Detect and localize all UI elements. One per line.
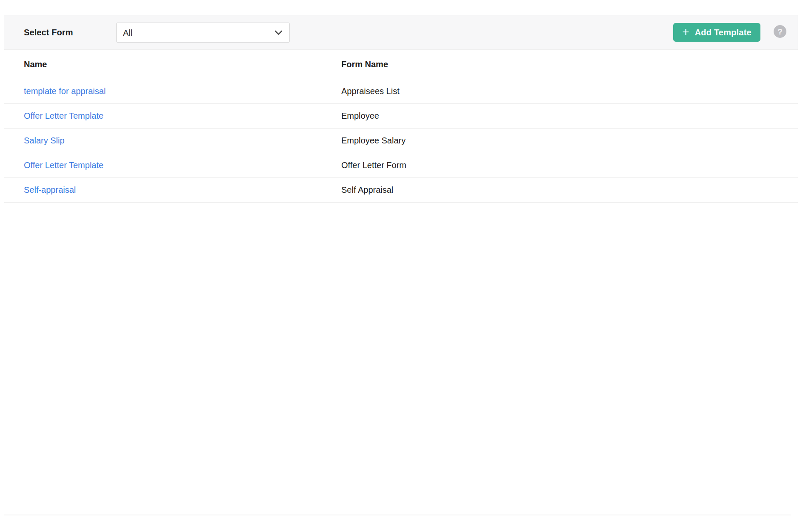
bottom-divider bbox=[4, 515, 791, 515]
column-header-name: Name bbox=[4, 60, 341, 69]
template-name-cell: Offer Letter Template bbox=[4, 111, 341, 121]
template-name-link[interactable]: Salary Slip bbox=[24, 136, 65, 145]
template-name-link[interactable]: Self-appraisal bbox=[24, 185, 76, 194]
form-name-text: Employee Salary bbox=[341, 136, 798, 146]
form-filter-selected-value: All bbox=[123, 28, 132, 37]
templates-table: Name Form Name template for appraisal Ap… bbox=[4, 50, 798, 203]
form-name-text: Self Appraisal bbox=[341, 185, 798, 195]
template-name-cell: Offer Letter Template bbox=[4, 160, 341, 170]
help-button[interactable]: ? bbox=[774, 25, 786, 38]
form-name-text: Appraisees List bbox=[341, 86, 798, 96]
form-name-text: Employee bbox=[341, 111, 798, 121]
column-header-form-name: Form Name bbox=[341, 60, 798, 69]
template-name-link[interactable]: template for appraisal bbox=[24, 86, 106, 96]
template-name-link[interactable]: Offer Letter Template bbox=[24, 111, 103, 120]
table-header-row: Name Form Name bbox=[4, 50, 798, 79]
table-row: template for appraisal Appraisees List bbox=[4, 79, 798, 104]
plus-icon: + bbox=[682, 26, 689, 38]
table-row: Offer Letter Template Offer Letter Form bbox=[4, 153, 798, 178]
template-name-cell: template for appraisal bbox=[4, 86, 341, 96]
chevron-down-icon bbox=[274, 30, 283, 35]
add-template-label: Add Template bbox=[695, 28, 751, 37]
table-body: template for appraisal Appraisees List O… bbox=[4, 79, 798, 203]
toolbar: Select Form All + Add Template ? bbox=[4, 15, 798, 50]
templates-page: Select Form All + Add Template ? Name Fo… bbox=[0, 0, 800, 532]
form-name-text: Offer Letter Form bbox=[341, 160, 798, 170]
table-row: Offer Letter Template Employee bbox=[4, 104, 798, 129]
table-row: Self-appraisal Self Appraisal bbox=[4, 178, 798, 203]
add-template-button[interactable]: + Add Template bbox=[673, 23, 760, 42]
template-name-cell: Self-appraisal bbox=[4, 185, 341, 195]
question-mark-icon: ? bbox=[777, 28, 783, 36]
form-filter-select[interactable]: All bbox=[116, 23, 290, 43]
template-name-cell: Salary Slip bbox=[4, 136, 341, 146]
table-row: Salary Slip Employee Salary bbox=[4, 129, 798, 153]
select-form-label: Select Form bbox=[24, 28, 73, 37]
template-name-link[interactable]: Offer Letter Template bbox=[24, 160, 103, 170]
